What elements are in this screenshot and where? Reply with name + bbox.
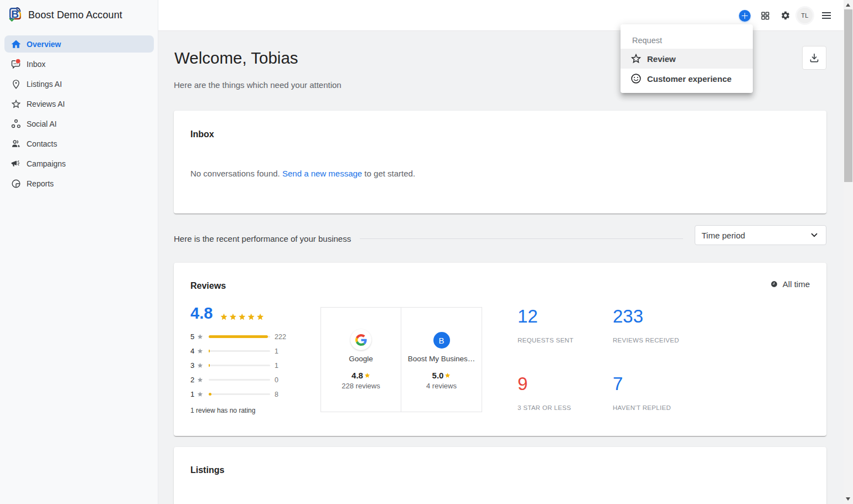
svg-text:B: B — [11, 8, 19, 20]
